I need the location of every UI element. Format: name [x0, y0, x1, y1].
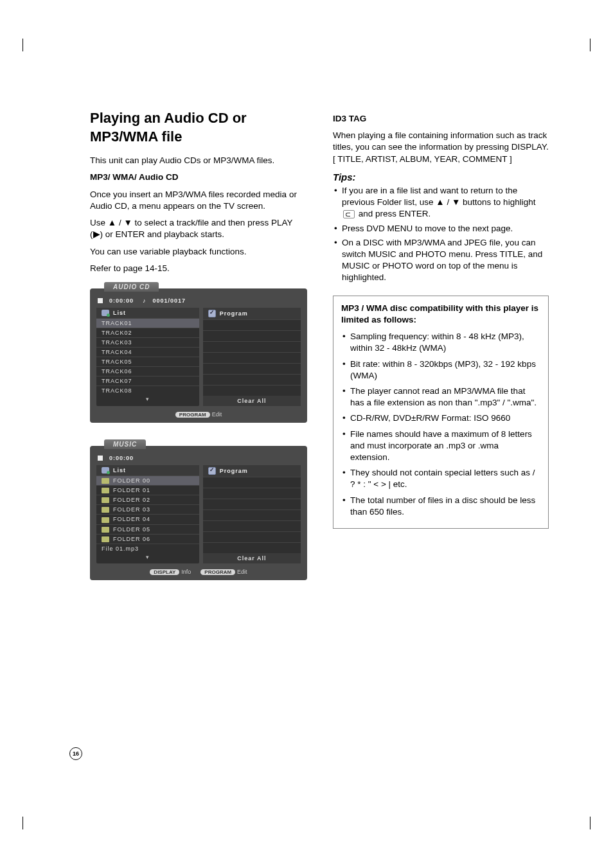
scroll-down-icon: ▾ [96, 553, 199, 561]
check-icon [208, 310, 216, 317]
file-row: File 01.mp3 [96, 544, 199, 553]
tips-list: If you are in a file list and want to re… [333, 185, 549, 284]
clear-all-button: Clear All [203, 396, 301, 406]
list-panel: List FOLDER 00 FOLDER 01 FOLDER 02 FOLDE… [96, 465, 199, 563]
crop-mark [22, 817, 36, 829]
crop-mark [577, 817, 591, 829]
box-item: CD-R/RW, DVD±R/RW Format: ISO 9660 [341, 412, 540, 424]
page-number: 16 [69, 747, 82, 760]
track-row: TRACK01 [96, 318, 199, 328]
osd-tab: MUSIC [104, 439, 146, 449]
stop-icon [98, 456, 103, 461]
display-pill: DISPLAY [150, 569, 179, 575]
list-icon [102, 310, 109, 316]
box-item: Sampling frequency: within 8 - 48 kHz (M… [341, 331, 540, 354]
track-row: TRACK07 [96, 376, 199, 385]
box-title: MP3 / WMA disc compatibility with this p… [341, 303, 540, 326]
down-triangle-icon: ▼ [123, 218, 132, 227]
up-triangle-icon: ▲ [108, 218, 116, 227]
edit-label: Edit [212, 411, 222, 418]
list-icon [102, 467, 109, 474]
crop-mark [577, 39, 591, 51]
folder-row: FOLDER 01 [96, 485, 199, 495]
folder-row: FOLDER 03 [96, 504, 199, 514]
check-icon [208, 467, 216, 475]
tips-heading: Tips: [333, 172, 549, 182]
id3-heading: ID3 TAG [333, 113, 549, 125]
box-item: File names should have a maximum of 8 le… [341, 429, 540, 464]
compatibility-box: MP3 / WMA disc compatibility with this p… [333, 296, 549, 529]
section-title: Playing an Audio CD or MP3/WMA file [90, 109, 307, 146]
box-item: They should not contain special letters … [341, 467, 540, 490]
left-column: Playing an Audio CD or MP3/WMA file This… [90, 109, 307, 580]
osd-music: MUSIC 0:00:00 List FOLDER 00 FOLDER 01 F… [90, 446, 307, 580]
scroll-down-icon: ▾ [96, 395, 199, 403]
osd-tab: AUDIO CD [104, 282, 159, 292]
folder-row: FOLDER 04 [96, 514, 199, 524]
edit-label: Edit [237, 569, 247, 575]
track-row: TRACK05 [96, 357, 199, 366]
info-label: Info [181, 569, 191, 575]
track-counter: 0001/0017 [153, 297, 186, 304]
down-triangle-icon: ▼ [452, 197, 460, 207]
folder-row: FOLDER 06 [96, 534, 199, 544]
program-panel: Program Clear All [203, 308, 301, 406]
folder-row: FOLDER 05 [96, 524, 199, 534]
program-pill: PROGRAM [175, 412, 210, 418]
box-item: Bit rate: within 8 - 320kbps (MP3), 32 -… [341, 359, 540, 382]
list-panel: List TRACK01 TRACK02 TRACK03 TRACK04 TRA… [96, 308, 199, 406]
box-item: The player cannot read an MP3/WMA file t… [341, 385, 540, 409]
osd-audio-cd: AUDIO CD 0:00:00 ♪ 0001/0017 List TRACK0… [90, 288, 307, 423]
body-text: Refer to page 14-15. [90, 263, 307, 274]
body-text: Once you insert an MP3/WMA files recorde… [90, 189, 307, 212]
track-row: TRACK04 [96, 347, 199, 357]
folder-row: FOLDER 02 [96, 495, 199, 504]
tip-item: Press DVD MENU to move to the next page. [333, 223, 549, 235]
body-text: Use ▲ / ▼ to select a track/file and the… [90, 217, 307, 240]
program-pill: PROGRAM [200, 569, 235, 575]
body-text: You can use variable playback functions. [90, 246, 307, 258]
time-counter: 0:00:00 [109, 297, 134, 304]
clear-all-button: Clear All [203, 553, 301, 563]
subheading: MP3/ WMA/ Audio CD [90, 172, 307, 183]
track-row: TRACK08 [96, 385, 199, 395]
time-counter: 0:00:00 [109, 455, 134, 461]
intro-text: This unit can play Audio CDs or MP3/WMA … [90, 155, 307, 166]
crop-mark [22, 39, 36, 51]
folder-up-icon [343, 210, 355, 218]
tip-item: If you are in a file list and want to re… [333, 185, 549, 220]
folder-row: FOLDER 00 [96, 475, 199, 485]
up-triangle-icon: ▲ [436, 197, 444, 207]
program-panel: Program Clear All [203, 465, 301, 563]
track-row: TRACK06 [96, 366, 199, 376]
tip-item: On a DISC with MP3/WMA and JPEG file, yo… [333, 237, 549, 284]
id3-body: When playing a file containing informati… [333, 130, 549, 165]
box-item: The total number of files in a disc shou… [341, 495, 540, 518]
track-row: TRACK03 [96, 337, 199, 347]
right-column: ID3 TAG When playing a file containing i… [333, 109, 549, 580]
stop-icon [98, 298, 103, 303]
play-icon: ▶ [93, 229, 100, 239]
track-row: TRACK02 [96, 328, 199, 337]
